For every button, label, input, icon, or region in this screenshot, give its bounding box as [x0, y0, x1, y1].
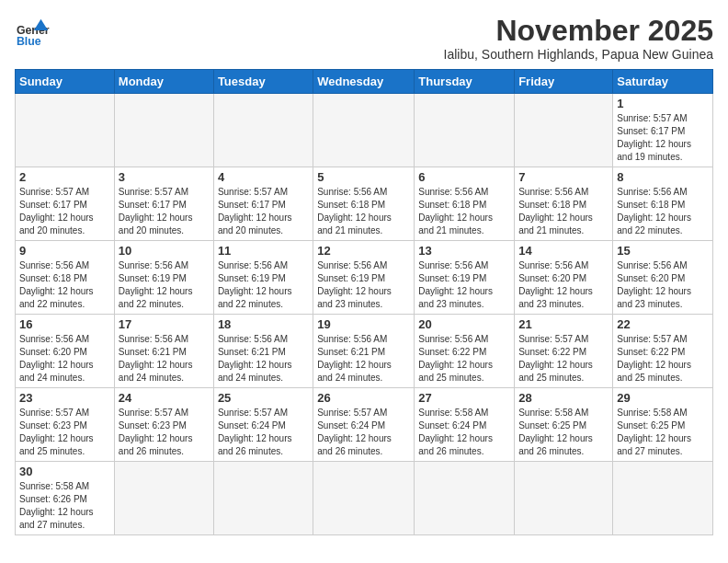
day-info: Sunrise: 5:56 AMSunset: 6:22 PMDaylight:…	[418, 333, 510, 385]
col-monday: Monday	[114, 70, 213, 94]
calendar-cell	[313, 94, 415, 167]
calendar-cell	[213, 94, 313, 167]
location-subtitle: Ialibu, Southern Highlands, Papua New Gu…	[444, 47, 713, 62]
day-info: Sunrise: 5:57 AMSunset: 6:23 PMDaylight:…	[19, 407, 110, 458]
day-info: Sunrise: 5:56 AMSunset: 6:18 PMDaylight:…	[617, 186, 709, 237]
calendar-cell	[114, 462, 213, 535]
calendar-cell	[313, 462, 415, 535]
calendar-cell: 21Sunrise: 5:57 AMSunset: 6:22 PMDayligh…	[515, 315, 613, 388]
day-info: Sunrise: 5:56 AMSunset: 6:21 PMDaylight:…	[317, 333, 410, 385]
day-number: 7	[518, 170, 609, 184]
calendar-cell: 12Sunrise: 5:56 AMSunset: 6:19 PMDayligh…	[313, 241, 415, 315]
calendar-cell	[415, 94, 515, 167]
day-info: Sunrise: 5:58 AMSunset: 6:25 PMDaylight:…	[617, 407, 709, 458]
calendar-week-3: 9Sunrise: 5:56 AMSunset: 6:18 PMDaylight…	[16, 241, 713, 315]
day-number: 17	[119, 317, 210, 331]
day-number: 12	[317, 244, 410, 258]
day-info: Sunrise: 5:57 AMSunset: 6:17 PMDaylight:…	[19, 186, 110, 237]
day-number: 22	[617, 317, 709, 331]
day-number: 10	[119, 244, 210, 258]
calendar-cell: 16Sunrise: 5:56 AMSunset: 6:20 PMDayligh…	[16, 315, 115, 388]
calendar-cell	[613, 462, 713, 535]
calendar-cell: 22Sunrise: 5:57 AMSunset: 6:22 PMDayligh…	[613, 315, 713, 388]
day-info: Sunrise: 5:56 AMSunset: 6:21 PMDaylight:…	[218, 333, 309, 385]
calendar-cell: 4Sunrise: 5:57 AMSunset: 6:17 PMDaylight…	[213, 167, 313, 241]
day-number: 2	[19, 170, 110, 184]
day-number: 13	[418, 244, 510, 258]
calendar-cell: 20Sunrise: 5:56 AMSunset: 6:22 PMDayligh…	[415, 315, 515, 388]
day-info: Sunrise: 5:56 AMSunset: 6:18 PMDaylight:…	[518, 186, 609, 237]
day-info: Sunrise: 5:56 AMSunset: 6:18 PMDaylight:…	[19, 259, 110, 311]
calendar-cell: 27Sunrise: 5:58 AMSunset: 6:24 PMDayligh…	[415, 388, 515, 462]
calendar-cell: 2Sunrise: 5:57 AMSunset: 6:17 PMDaylight…	[16, 167, 115, 241]
day-number: 11	[218, 244, 309, 258]
calendar-week-1: 1Sunrise: 5:57 AMSunset: 6:17 PMDaylight…	[16, 94, 713, 167]
day-number: 26	[317, 391, 410, 405]
title-block: November 2025 Ialibu, Southern Highlands…	[444, 15, 713, 62]
calendar-cell: 6Sunrise: 5:56 AMSunset: 6:18 PMDaylight…	[415, 167, 515, 241]
calendar-cell: 18Sunrise: 5:56 AMSunset: 6:21 PMDayligh…	[213, 315, 313, 388]
day-info: Sunrise: 5:58 AMSunset: 6:26 PMDaylight:…	[19, 480, 110, 532]
day-info: Sunrise: 5:58 AMSunset: 6:24 PMDaylight:…	[418, 407, 510, 458]
day-number: 21	[518, 317, 609, 331]
day-number: 30	[19, 465, 110, 478]
calendar-cell: 13Sunrise: 5:56 AMSunset: 6:19 PMDayligh…	[415, 241, 515, 315]
calendar-cell: 30Sunrise: 5:58 AMSunset: 6:26 PMDayligh…	[16, 462, 115, 535]
calendar-cell: 28Sunrise: 5:58 AMSunset: 6:25 PMDayligh…	[515, 388, 613, 462]
day-info: Sunrise: 5:56 AMSunset: 6:19 PMDaylight:…	[418, 259, 510, 311]
day-info: Sunrise: 5:57 AMSunset: 6:17 PMDaylight:…	[119, 186, 210, 237]
calendar-cell: 15Sunrise: 5:56 AMSunset: 6:20 PMDayligh…	[613, 241, 713, 315]
calendar-week-4: 16Sunrise: 5:56 AMSunset: 6:20 PMDayligh…	[16, 315, 713, 388]
day-info: Sunrise: 5:57 AMSunset: 6:22 PMDaylight:…	[617, 333, 709, 385]
day-info: Sunrise: 5:57 AMSunset: 6:24 PMDaylight:…	[218, 407, 309, 458]
day-number: 4	[218, 170, 309, 184]
calendar-cell: 5Sunrise: 5:56 AMSunset: 6:18 PMDaylight…	[313, 167, 415, 241]
calendar-table: Sunday Monday Tuesday Wednesday Thursday…	[15, 69, 713, 535]
day-number: 24	[119, 391, 210, 405]
calendar-cell: 24Sunrise: 5:57 AMSunset: 6:23 PMDayligh…	[114, 388, 213, 462]
col-tuesday: Tuesday	[213, 70, 313, 94]
calendar-week-5: 23Sunrise: 5:57 AMSunset: 6:23 PMDayligh…	[16, 388, 713, 462]
day-info: Sunrise: 5:57 AMSunset: 6:24 PMDaylight:…	[317, 407, 410, 458]
day-number: 9	[19, 244, 110, 258]
day-info: Sunrise: 5:56 AMSunset: 6:18 PMDaylight:…	[317, 186, 410, 237]
calendar-header: Sunday Monday Tuesday Wednesday Thursday…	[16, 70, 713, 94]
month-title: November 2025	[444, 15, 713, 47]
calendar-cell: 1Sunrise: 5:57 AMSunset: 6:17 PMDaylight…	[613, 94, 713, 167]
calendar-cell	[415, 462, 515, 535]
day-info: Sunrise: 5:56 AMSunset: 6:20 PMDaylight:…	[518, 259, 609, 311]
day-number: 27	[418, 391, 510, 405]
calendar-body: 1Sunrise: 5:57 AMSunset: 6:17 PMDaylight…	[16, 94, 713, 535]
col-sunday: Sunday	[16, 70, 115, 94]
day-info: Sunrise: 5:58 AMSunset: 6:25 PMDaylight:…	[518, 407, 609, 458]
logo: General Blue	[15, 15, 50, 50]
calendar-cell: 9Sunrise: 5:56 AMSunset: 6:18 PMDaylight…	[16, 241, 115, 315]
col-saturday: Saturday	[613, 70, 713, 94]
calendar-cell	[515, 462, 613, 535]
calendar-cell: 19Sunrise: 5:56 AMSunset: 6:21 PMDayligh…	[313, 315, 415, 388]
day-info: Sunrise: 5:56 AMSunset: 6:20 PMDaylight:…	[19, 333, 110, 385]
day-info: Sunrise: 5:57 AMSunset: 6:23 PMDaylight:…	[119, 407, 210, 458]
day-info: Sunrise: 5:56 AMSunset: 6:19 PMDaylight:…	[218, 259, 309, 311]
day-number: 5	[317, 170, 410, 184]
day-info: Sunrise: 5:56 AMSunset: 6:19 PMDaylight:…	[119, 259, 210, 311]
day-number: 28	[518, 391, 609, 405]
generalblue-logo-icon: General Blue	[15, 15, 50, 50]
day-info: Sunrise: 5:56 AMSunset: 6:20 PMDaylight:…	[617, 259, 709, 311]
day-info: Sunrise: 5:56 AMSunset: 6:18 PMDaylight:…	[418, 186, 510, 237]
calendar-cell	[213, 462, 313, 535]
calendar-cell: 10Sunrise: 5:56 AMSunset: 6:19 PMDayligh…	[114, 241, 213, 315]
calendar-cell: 29Sunrise: 5:58 AMSunset: 6:25 PMDayligh…	[613, 388, 713, 462]
day-number: 14	[518, 244, 609, 258]
page-header: General Blue November 2025 Ialibu, South…	[15, 15, 713, 62]
day-number: 3	[119, 170, 210, 184]
calendar-cell: 23Sunrise: 5:57 AMSunset: 6:23 PMDayligh…	[16, 388, 115, 462]
calendar-week-6: 30Sunrise: 5:58 AMSunset: 6:26 PMDayligh…	[16, 462, 713, 535]
day-info: Sunrise: 5:56 AMSunset: 6:19 PMDaylight:…	[317, 259, 410, 311]
day-number: 19	[317, 317, 410, 331]
header-row: Sunday Monday Tuesday Wednesday Thursday…	[16, 70, 713, 94]
day-number: 18	[218, 317, 309, 331]
calendar-cell	[114, 94, 213, 167]
day-number: 29	[617, 391, 709, 405]
calendar-cell: 14Sunrise: 5:56 AMSunset: 6:20 PMDayligh…	[515, 241, 613, 315]
